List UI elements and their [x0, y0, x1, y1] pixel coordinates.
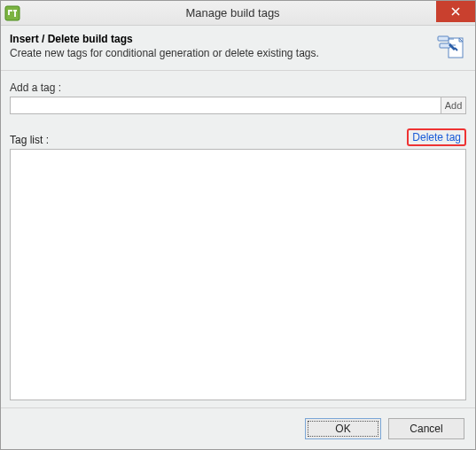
tag-list-header: Tag list : Delete tag: [10, 128, 466, 146]
header-section: Insert / Delete build tags Create new ta…: [1, 26, 475, 71]
close-button[interactable]: [436, 1, 475, 22]
add-tag-label: Add a tag :: [10, 81, 466, 94]
close-icon: [451, 7, 460, 16]
add-tag-input[interactable]: [10, 97, 441, 114]
tag-list-label: Tag list :: [10, 134, 49, 146]
ok-button[interactable]: OK: [305, 418, 381, 439]
svg-rect-2: [438, 36, 449, 41]
header-title: Insert / Delete build tags: [10, 33, 429, 45]
body-section: Add a tag : Add Tag list : Delete tag: [1, 71, 475, 408]
app-icon: [4, 5, 20, 21]
add-tag-row: Add: [10, 97, 466, 114]
cancel-button[interactable]: Cancel: [388, 418, 464, 439]
svg-rect-3: [440, 43, 450, 48]
delete-tag-link[interactable]: Delete tag: [407, 128, 466, 146]
dialog-window: Manage build tags Insert / Delete build …: [0, 0, 476, 450]
titlebar: Manage build tags: [1, 1, 475, 26]
header-subtitle: Create new tags for conditional generati…: [10, 47, 429, 59]
header-text: Insert / Delete build tags Create new ta…: [10, 33, 429, 59]
tags-document-icon: [436, 35, 466, 61]
svg-rect-0: [5, 6, 20, 20]
footer: OK Cancel: [1, 408, 475, 449]
tag-list[interactable]: [10, 149, 466, 400]
window-title: Manage build tags: [26, 6, 440, 19]
add-button[interactable]: Add: [441, 97, 466, 114]
